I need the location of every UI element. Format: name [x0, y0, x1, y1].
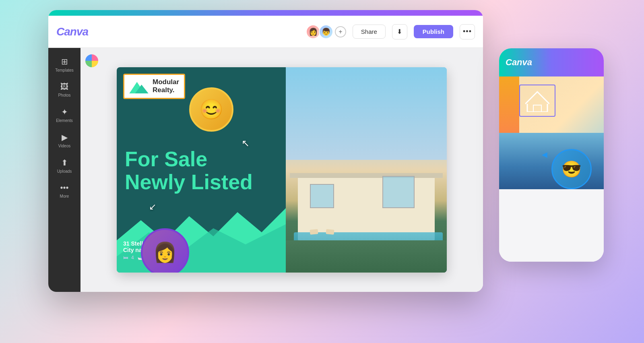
mobile-house-icon: [525, 90, 549, 112]
sidebar-item-elements[interactable]: ✦ Elements: [50, 103, 78, 127]
desktop-mockup: Canva 👩 👦 + Share ⬇ Publish ••• ⊞: [48, 10, 483, 292]
canva-logo: Canva: [56, 25, 88, 38]
sidebar-item-templates[interactable]: ⊞ Templates: [50, 53, 78, 76]
canva-header: Canva 👩 👦 + Share ⬇ Publish •••: [48, 16, 483, 48]
desktop-content: Canva 👩 👦 + Share ⬇ Publish ••• ⊞: [48, 16, 483, 292]
house-structure: [286, 152, 447, 240]
videos-icon: ▶: [62, 132, 68, 142]
house-roof: [290, 173, 443, 178]
share-button[interactable]: Share: [353, 25, 386, 39]
agent-face-1: 😊: [191, 89, 232, 130]
mountain-shapes: [117, 200, 286, 273]
add-collaborator-button[interactable]: +: [335, 26, 346, 37]
agent-face-2: 👩: [142, 230, 188, 273]
mobile-agent-face: 😎: [553, 150, 590, 188]
logo-box[interactable]: Modular Realty.: [123, 74, 185, 99]
logo-mountain-icon: [129, 79, 149, 93]
design-main-text: For Sale Newly Listed: [125, 148, 253, 194]
headline-line2: Newly Listed: [125, 171, 253, 194]
photos-icon: 🖼: [60, 82, 68, 91]
mobile-content: ◀ 😎: [499, 76, 604, 262]
avatar-1: 👩: [306, 25, 320, 39]
sidebar: ⊞ Templates 🖼 Photos ✦ Elements ▶ Videos…: [48, 48, 80, 292]
design-right-panel: [286, 67, 447, 273]
sidebar-item-photos[interactable]: 🖼 Photos: [50, 78, 78, 101]
design-left-panel: Modular Realty. 😊 ↖ For Sale New: [117, 67, 286, 273]
design-card[interactable]: Modular Realty. 😊 ↖ For Sale New: [117, 67, 447, 273]
sidebar-label-elements: Elements: [56, 118, 73, 123]
mobile-mockup: Canva ◀ 😎: [499, 48, 604, 262]
sidebar-label-templates: Templates: [55, 68, 74, 72]
svg-rect-4: [533, 105, 541, 112]
elements-icon: ✦: [61, 107, 68, 117]
mobile-agent-avatar: 😎: [551, 149, 592, 189]
bed-count: 4: [131, 255, 134, 260]
mobile-top-bar: Canva: [499, 48, 604, 76]
main-area: ⊞ Templates 🖼 Photos ✦ Elements ▶ Videos…: [48, 48, 483, 292]
house-window-left: [310, 184, 334, 208]
top-gradient-bar: [48, 10, 483, 16]
agent-avatar-top: 😊: [189, 87, 233, 132]
avatar-face-2: 👦: [322, 27, 330, 36]
for-sale-text: For Sale Newly Listed: [125, 148, 253, 194]
chair-1: [310, 229, 318, 235]
agent-avatar-bottom: 👩: [141, 228, 189, 273]
header-avatars: 👩 👦 +: [309, 25, 346, 39]
chair-2: [326, 229, 334, 235]
sky-background: [286, 67, 447, 160]
sidebar-label-uploads: Uploads: [57, 169, 72, 174]
more-icon: •••: [60, 183, 68, 192]
download-button[interactable]: ⬇: [392, 24, 407, 39]
deck-chairs: [310, 229, 334, 234]
sidebar-label-photos: Photos: [58, 93, 70, 97]
sidebar-label-videos: Videos: [58, 144, 70, 148]
avatar-face-1: 👩: [309, 27, 318, 36]
templates-icon: ⊞: [61, 57, 68, 66]
canvas-area: Modular Realty. 😊 ↖ For Sale New: [80, 48, 483, 292]
house-window-right: [382, 176, 415, 208]
sidebar-item-more[interactable]: ••• More: [50, 179, 78, 202]
more-options-button[interactable]: •••: [460, 24, 475, 39]
cursor-arrow-1: ↖: [242, 138, 250, 149]
mobile-house-box: [519, 85, 555, 117]
logo-company-name: Modular Realty.: [153, 78, 179, 95]
bed-icon: 🛏: [123, 255, 128, 260]
avatar-2: 👦: [319, 25, 333, 39]
uploads-icon: ⬆: [61, 158, 68, 167]
headline-line1: For Sale: [125, 148, 253, 171]
cursor-arrow-2: ↙: [149, 202, 156, 212]
ground: [286, 240, 447, 273]
sidebar-item-uploads[interactable]: ⬆ Uploads: [50, 154, 78, 178]
house-photo: [286, 67, 447, 273]
sidebar-item-videos[interactable]: ▶ Videos: [50, 128, 78, 152]
mobile-cursor-arrow: ◀: [542, 150, 547, 159]
sidebar-label-more: More: [60, 194, 69, 198]
color-palette-icon[interactable]: [85, 54, 98, 67]
publish-button[interactable]: Publish: [414, 25, 453, 38]
mobile-canva-logo: Canva: [506, 57, 532, 68]
